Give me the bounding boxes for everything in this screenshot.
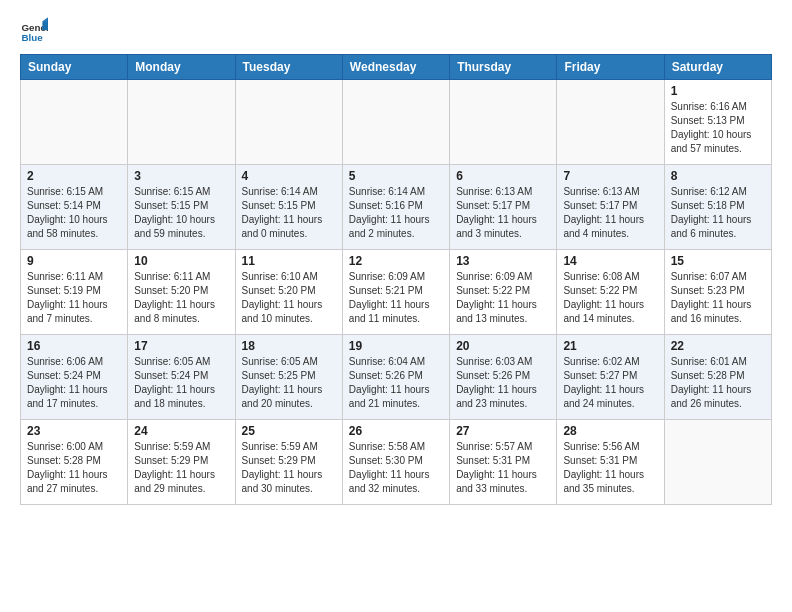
generalblue-icon: General Blue xyxy=(20,16,48,44)
day-number: 24 xyxy=(134,424,228,438)
calendar-cell xyxy=(21,80,128,165)
day-number: 1 xyxy=(671,84,765,98)
calendar-cell: 28Sunrise: 5:56 AM Sunset: 5:31 PM Dayli… xyxy=(557,420,664,505)
calendar-cell: 12Sunrise: 6:09 AM Sunset: 5:21 PM Dayli… xyxy=(342,250,449,335)
day-number: 4 xyxy=(242,169,336,183)
calendar-cell: 20Sunrise: 6:03 AM Sunset: 5:26 PM Dayli… xyxy=(450,335,557,420)
day-info: Sunrise: 6:13 AM Sunset: 5:17 PM Dayligh… xyxy=(456,185,550,241)
calendar-cell xyxy=(235,80,342,165)
calendar-cell: 11Sunrise: 6:10 AM Sunset: 5:20 PM Dayli… xyxy=(235,250,342,335)
calendar-cell: 1Sunrise: 6:16 AM Sunset: 5:13 PM Daylig… xyxy=(664,80,771,165)
calendar-cell: 16Sunrise: 6:06 AM Sunset: 5:24 PM Dayli… xyxy=(21,335,128,420)
svg-text:Blue: Blue xyxy=(21,32,43,43)
header: General Blue xyxy=(20,16,772,44)
day-info: Sunrise: 6:09 AM Sunset: 5:21 PM Dayligh… xyxy=(349,270,443,326)
day-number: 2 xyxy=(27,169,121,183)
day-number: 25 xyxy=(242,424,336,438)
day-info: Sunrise: 6:11 AM Sunset: 5:20 PM Dayligh… xyxy=(134,270,228,326)
day-info: Sunrise: 6:04 AM Sunset: 5:26 PM Dayligh… xyxy=(349,355,443,411)
calendar-cell: 17Sunrise: 6:05 AM Sunset: 5:24 PM Dayli… xyxy=(128,335,235,420)
day-info: Sunrise: 6:10 AM Sunset: 5:20 PM Dayligh… xyxy=(242,270,336,326)
calendar-cell: 25Sunrise: 5:59 AM Sunset: 5:29 PM Dayli… xyxy=(235,420,342,505)
calendar-cell: 14Sunrise: 6:08 AM Sunset: 5:22 PM Dayli… xyxy=(557,250,664,335)
day-info: Sunrise: 6:12 AM Sunset: 5:18 PM Dayligh… xyxy=(671,185,765,241)
calendar-cell: 15Sunrise: 6:07 AM Sunset: 5:23 PM Dayli… xyxy=(664,250,771,335)
day-number: 7 xyxy=(563,169,657,183)
weekday-header-friday: Friday xyxy=(557,55,664,80)
day-info: Sunrise: 6:13 AM Sunset: 5:17 PM Dayligh… xyxy=(563,185,657,241)
day-number: 16 xyxy=(27,339,121,353)
week-row-1: 1Sunrise: 6:16 AM Sunset: 5:13 PM Daylig… xyxy=(21,80,772,165)
day-number: 5 xyxy=(349,169,443,183)
weekday-header-sunday: Sunday xyxy=(21,55,128,80)
day-info: Sunrise: 6:08 AM Sunset: 5:22 PM Dayligh… xyxy=(563,270,657,326)
weekday-header-monday: Monday xyxy=(128,55,235,80)
calendar-cell: 7Sunrise: 6:13 AM Sunset: 5:17 PM Daylig… xyxy=(557,165,664,250)
day-info: Sunrise: 6:06 AM Sunset: 5:24 PM Dayligh… xyxy=(27,355,121,411)
calendar-cell: 22Sunrise: 6:01 AM Sunset: 5:28 PM Dayli… xyxy=(664,335,771,420)
day-info: Sunrise: 6:05 AM Sunset: 5:25 PM Dayligh… xyxy=(242,355,336,411)
day-number: 26 xyxy=(349,424,443,438)
page: General Blue SundayMondayTuesdayWednesda… xyxy=(0,0,792,612)
day-number: 13 xyxy=(456,254,550,268)
day-number: 23 xyxy=(27,424,121,438)
day-info: Sunrise: 6:07 AM Sunset: 5:23 PM Dayligh… xyxy=(671,270,765,326)
calendar-cell: 26Sunrise: 5:58 AM Sunset: 5:30 PM Dayli… xyxy=(342,420,449,505)
day-number: 14 xyxy=(563,254,657,268)
day-info: Sunrise: 6:16 AM Sunset: 5:13 PM Dayligh… xyxy=(671,100,765,156)
calendar-cell: 9Sunrise: 6:11 AM Sunset: 5:19 PM Daylig… xyxy=(21,250,128,335)
day-info: Sunrise: 6:09 AM Sunset: 5:22 PM Dayligh… xyxy=(456,270,550,326)
weekday-header-thursday: Thursday xyxy=(450,55,557,80)
day-info: Sunrise: 6:00 AM Sunset: 5:28 PM Dayligh… xyxy=(27,440,121,496)
calendar-cell: 4Sunrise: 6:14 AM Sunset: 5:15 PM Daylig… xyxy=(235,165,342,250)
day-number: 10 xyxy=(134,254,228,268)
week-row-2: 2Sunrise: 6:15 AM Sunset: 5:14 PM Daylig… xyxy=(21,165,772,250)
calendar-cell: 23Sunrise: 6:00 AM Sunset: 5:28 PM Dayli… xyxy=(21,420,128,505)
weekday-header-tuesday: Tuesday xyxy=(235,55,342,80)
calendar-cell: 13Sunrise: 6:09 AM Sunset: 5:22 PM Dayli… xyxy=(450,250,557,335)
day-info: Sunrise: 6:15 AM Sunset: 5:15 PM Dayligh… xyxy=(134,185,228,241)
week-row-5: 23Sunrise: 6:00 AM Sunset: 5:28 PM Dayli… xyxy=(21,420,772,505)
calendar-cell: 8Sunrise: 6:12 AM Sunset: 5:18 PM Daylig… xyxy=(664,165,771,250)
day-info: Sunrise: 6:01 AM Sunset: 5:28 PM Dayligh… xyxy=(671,355,765,411)
week-row-3: 9Sunrise: 6:11 AM Sunset: 5:19 PM Daylig… xyxy=(21,250,772,335)
calendar-cell xyxy=(128,80,235,165)
calendar-cell: 24Sunrise: 5:59 AM Sunset: 5:29 PM Dayli… xyxy=(128,420,235,505)
calendar-cell: 5Sunrise: 6:14 AM Sunset: 5:16 PM Daylig… xyxy=(342,165,449,250)
day-info: Sunrise: 5:57 AM Sunset: 5:31 PM Dayligh… xyxy=(456,440,550,496)
day-info: Sunrise: 5:56 AM Sunset: 5:31 PM Dayligh… xyxy=(563,440,657,496)
calendar-cell xyxy=(450,80,557,165)
day-number: 19 xyxy=(349,339,443,353)
calendar-cell: 3Sunrise: 6:15 AM Sunset: 5:15 PM Daylig… xyxy=(128,165,235,250)
day-number: 22 xyxy=(671,339,765,353)
calendar-cell: 6Sunrise: 6:13 AM Sunset: 5:17 PM Daylig… xyxy=(450,165,557,250)
calendar-cell xyxy=(342,80,449,165)
day-number: 21 xyxy=(563,339,657,353)
day-info: Sunrise: 6:11 AM Sunset: 5:19 PM Dayligh… xyxy=(27,270,121,326)
day-number: 3 xyxy=(134,169,228,183)
day-number: 18 xyxy=(242,339,336,353)
calendar-cell xyxy=(557,80,664,165)
day-info: Sunrise: 5:58 AM Sunset: 5:30 PM Dayligh… xyxy=(349,440,443,496)
day-number: 28 xyxy=(563,424,657,438)
day-info: Sunrise: 6:05 AM Sunset: 5:24 PM Dayligh… xyxy=(134,355,228,411)
calendar-cell: 19Sunrise: 6:04 AM Sunset: 5:26 PM Dayli… xyxy=(342,335,449,420)
day-info: Sunrise: 6:03 AM Sunset: 5:26 PM Dayligh… xyxy=(456,355,550,411)
calendar-cell: 10Sunrise: 6:11 AM Sunset: 5:20 PM Dayli… xyxy=(128,250,235,335)
day-number: 12 xyxy=(349,254,443,268)
day-number: 9 xyxy=(27,254,121,268)
week-row-4: 16Sunrise: 6:06 AM Sunset: 5:24 PM Dayli… xyxy=(21,335,772,420)
weekday-header-saturday: Saturday xyxy=(664,55,771,80)
day-info: Sunrise: 6:02 AM Sunset: 5:27 PM Dayligh… xyxy=(563,355,657,411)
logo: General Blue xyxy=(20,16,52,44)
day-info: Sunrise: 5:59 AM Sunset: 5:29 PM Dayligh… xyxy=(134,440,228,496)
day-info: Sunrise: 5:59 AM Sunset: 5:29 PM Dayligh… xyxy=(242,440,336,496)
day-number: 15 xyxy=(671,254,765,268)
calendar-cell: 2Sunrise: 6:15 AM Sunset: 5:14 PM Daylig… xyxy=(21,165,128,250)
day-number: 27 xyxy=(456,424,550,438)
day-number: 20 xyxy=(456,339,550,353)
day-number: 17 xyxy=(134,339,228,353)
calendar-cell: 21Sunrise: 6:02 AM Sunset: 5:27 PM Dayli… xyxy=(557,335,664,420)
calendar-table: SundayMondayTuesdayWednesdayThursdayFrid… xyxy=(20,54,772,505)
day-info: Sunrise: 6:14 AM Sunset: 5:15 PM Dayligh… xyxy=(242,185,336,241)
